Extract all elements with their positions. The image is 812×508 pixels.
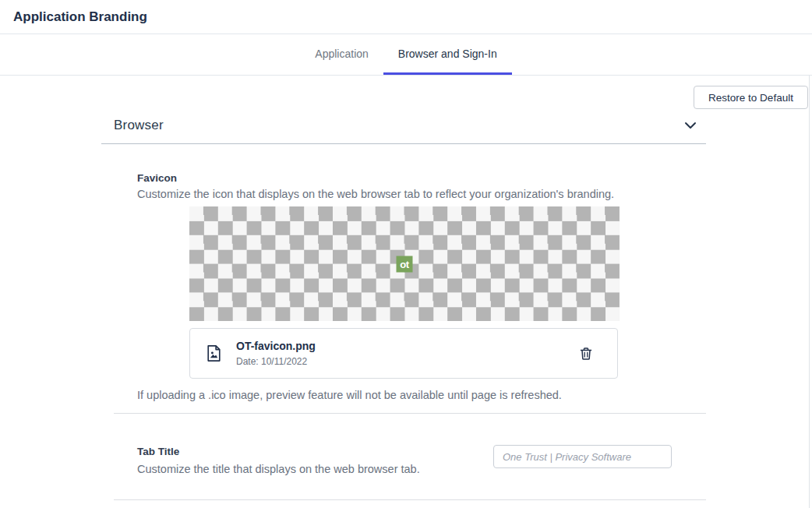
favicon-file-card: OT-favicon.png Date: 10/11/2022 — [189, 328, 618, 379]
restore-to-default-button[interactable]: Restore to Default — [694, 86, 808, 109]
bottom-divider — [114, 499, 706, 500]
tab-title-description: Customize the title that displays on the… — [137, 463, 420, 475]
tab-browser-and-sign-in-label: Browser and Sign-In — [398, 48, 497, 60]
tab-title-input[interactable] — [493, 445, 672, 468]
file-meta: OT-favicon.png Date: 10/11/2022 — [236, 340, 578, 367]
favicon-label: Favicon — [137, 172, 177, 184]
file-name: OT-favicon.png — [236, 340, 578, 352]
browser-section-divider — [101, 143, 706, 144]
page-header: Application Branding — [0, 0, 812, 34]
page-title: Application Branding — [13, 9, 147, 25]
tab-application-label: Application — [315, 48, 369, 60]
browser-section-title: Browser — [114, 118, 164, 133]
tab-application[interactable]: Application — [300, 35, 383, 75]
tab-title-label: Tab Title — [137, 446, 179, 457]
file-date: Date: 10/11/2022 — [236, 356, 578, 367]
tab-bar: Application Browser and Sign-In — [0, 35, 812, 76]
tab-browser-and-sign-in[interactable]: Browser and Sign-In — [383, 35, 512, 75]
delete-file-button[interactable] — [578, 346, 594, 362]
favicon-description: Customize the icon that displays on the … — [137, 188, 614, 200]
chevron-down-icon[interactable] — [683, 118, 698, 133]
browser-section-header[interactable]: Browser — [114, 115, 706, 136]
favicon-preview-image: ot — [397, 256, 413, 272]
ico-upload-note: If uploading a .ico image, preview featu… — [137, 389, 562, 401]
favicon-preview-area: ot — [189, 206, 620, 321]
image-file-icon — [204, 344, 224, 363]
content-right-border — [809, 76, 810, 508]
favicon-tabtitle-divider — [114, 413, 706, 414]
application-branding-page: Application Branding Application Browser… — [0, 0, 812, 508]
trash-icon — [578, 346, 594, 362]
